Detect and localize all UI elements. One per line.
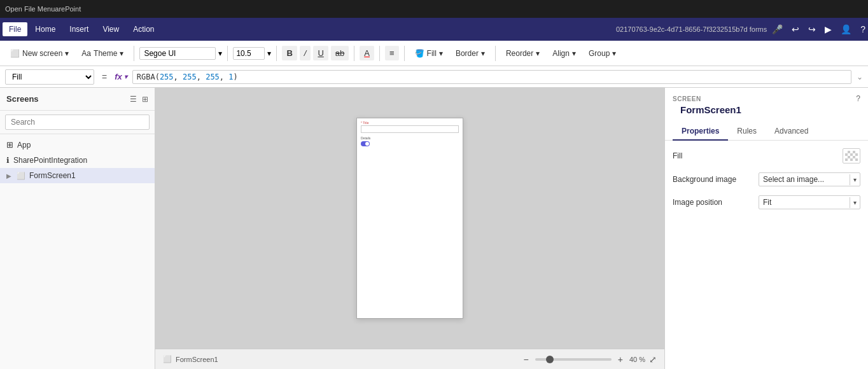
align-chevron: ▾ [572,49,576,58]
canvas-toggle[interactable] [361,141,370,146]
properties-content: Fill Background image Select an image...… [665,141,868,369]
image-position-select[interactable]: Fit ▾ [759,195,860,209]
doc-id: 02170763-9e2c-4d71-8656-7f3232515b7d for… [616,25,767,33]
main-area: Screens ☰ ⊞ ⊞ App ℹ SharePointIntegratio… [0,88,868,369]
border-chevron: ▾ [481,49,485,58]
grid-view-icon[interactable]: ⊞ [142,95,148,104]
canvas-title-bar: * Title [361,121,459,133]
zoom-slider[interactable] [535,358,612,361]
canvas-frame[interactable]: * Title Details [356,118,463,319]
reorder-chevron: ▾ [536,49,540,58]
canvas-title-input[interactable] [361,125,459,133]
canvas-details: Details [361,136,370,146]
right-panel: SCREEN ? FormScreen1 Properties Rules Ad… [664,88,868,369]
screen-name-container: FormScreen1 [665,103,868,118]
canvas-title-label: * Title [361,121,459,125]
fill-label: Fill [673,151,682,160]
screens-header: Screens ☰ ⊞ [0,88,155,111]
sharepoint-text: arePoint [55,5,81,13]
menu-item-view[interactable]: View [96,22,125,36]
canvas-bottom-bar: ⬜ FormScreen1 − + 40 % ⤢ [155,349,664,369]
background-image-text: Select an image... [759,173,850,186]
screens-title: Screens [6,94,39,104]
font-size-input[interactable] [233,47,265,60]
expand-canvas-button[interactable]: ⤢ [649,354,657,365]
background-image-label: Background image [673,175,736,184]
list-item-app[interactable]: ⊞ App [0,137,155,153]
formula-input[interactable]: RGBA(255, 255, 255, 1) [132,70,851,84]
align-label-button[interactable]: Align ▾ [547,46,581,60]
zoom-controls: − + 40 % ⤢ [521,353,657,366]
separator-1 [134,46,134,61]
toolbar-icons: 🎤 ↩ ↪ ▶ 👤 ? [772,24,865,34]
canvas-area: * Title Details ⬜ FormScreen1 − + 40 % ⤢ [155,88,664,369]
mic-icon[interactable]: 🎤 [772,24,783,34]
theme-button[interactable]: Aa Theme ▾ [76,46,129,60]
redo-icon[interactable]: ↪ [808,24,816,34]
background-image-select[interactable]: Select an image... ▾ [759,172,860,186]
search-input[interactable] [5,115,150,130]
tab-rules[interactable]: Rules [728,123,766,141]
italic-button[interactable]: / [300,46,311,60]
separator-5 [379,46,380,61]
zoom-plus-button[interactable]: + [615,353,626,366]
fx-chevron[interactable]: ▾ [124,73,127,80]
toolbar: ⬜ New screen ▾ Aa Theme ▾ ▾ ▾ B / U ab A… [0,41,868,66]
undo-icon[interactable]: ↩ [792,24,799,34]
screen-icon-bottom: ⬜ [163,355,172,363]
menu-item-insert[interactable]: Insert [63,22,95,36]
screen-name-bottom: FormScreen1 [176,356,218,363]
font-color-button[interactable]: A [360,46,374,60]
font-size-chevron[interactable]: ▾ [267,49,271,58]
menu-item-action[interactable]: Action [127,22,160,36]
menu-item-home[interactable]: Home [29,22,62,36]
fill-value [843,148,860,164]
help-button[interactable]: ? [856,94,860,103]
app-icon: ⊞ [6,140,13,150]
reorder-button[interactable]: Reorder ▾ [501,46,545,60]
underline-button[interactable]: U [313,46,328,60]
list-item-formscreen1[interactable]: ▶ ⬜ FormScreen1 [0,168,155,183]
formscreen1-expand-icon[interactable]: ▶ [6,172,11,179]
formula-bar: Fill = fx ▾ RGBA(255, 255, 255, 1) ⌄ [0,66,868,88]
fill-color-swatch[interactable] [843,148,860,164]
canvas-content: * Title Details [155,88,664,349]
play-icon[interactable]: ▶ [825,24,832,34]
help-icon[interactable]: ? [860,24,865,34]
image-position-chevron[interactable]: ▾ [850,197,860,208]
new-screen-button[interactable]: ⬜ New screen ▾ [5,46,74,60]
tab-properties[interactable]: Properties [673,123,728,141]
font-name-input[interactable] [139,47,216,60]
fill-button[interactable]: 🪣 Fill ▾ [410,46,448,60]
formula-fx[interactable]: fx ▾ [115,72,127,81]
open-file-menu-text[interactable]: Open File Menu [5,5,55,13]
menu-item-file[interactable]: File [3,22,27,36]
property-select[interactable]: Fill [5,69,94,85]
user-icon[interactable]: 👤 [841,24,851,34]
font-name-chevron[interactable]: ▾ [218,49,222,58]
align-button[interactable]: ≡ [385,46,399,60]
background-image-row: Background image Select an image... ▾ [673,172,860,186]
right-panel-header: SCREEN ? [665,88,868,103]
fill-bucket-icon: 🪣 [415,49,424,58]
tab-advanced[interactable]: Advanced [766,123,817,141]
image-position-text: Fit [759,196,850,209]
list-item-sharepointintegration[interactable]: ℹ SharePointIntegration [0,153,155,168]
zoom-value: 40 % [629,356,645,363]
canvas-bottom-screen: ⬜ FormScreen1 [163,355,218,363]
group-button[interactable]: Group ▾ [584,46,621,60]
background-image-chevron[interactable]: ▾ [850,174,860,185]
bold-button[interactable]: B [282,46,297,60]
strikethrough-button[interactable]: ab [331,46,349,60]
new-screen-icon: ⬜ [10,49,20,58]
formscreen1-screen-icon: ⬜ [17,172,25,180]
menu-bar: File Home Insert View Action 02170763-9e… [0,18,868,41]
fill-chevron: ▾ [439,49,443,58]
tabs-row: Properties Rules Advanced [665,118,868,141]
image-position-label: Image position [673,198,722,207]
screens-header-icons: ☰ ⊞ [130,95,148,104]
list-view-icon[interactable]: ☰ [130,95,137,104]
zoom-minus-button[interactable]: − [521,353,531,366]
border-button[interactable]: Border ▾ [451,46,490,60]
formula-expand-icon[interactable]: ⌄ [857,73,863,81]
